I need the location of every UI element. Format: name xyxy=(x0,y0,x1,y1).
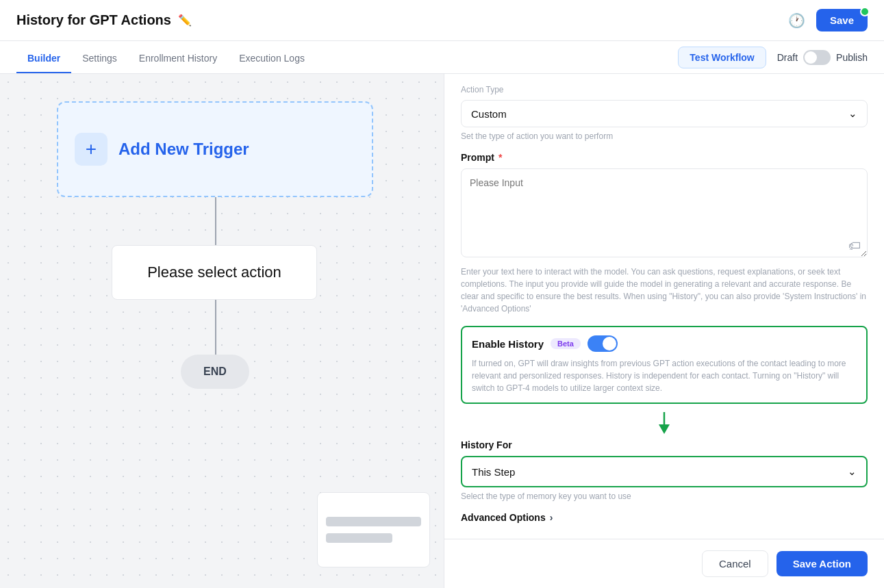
chevron-right-icon: › xyxy=(550,512,553,523)
bottom-action-bar: Cancel Save Action xyxy=(444,539,884,588)
right-panel: Action Type Custom ⌄ Set the type of act… xyxy=(444,74,884,588)
svg-marker-1 xyxy=(659,424,670,434)
history-info-text: If turned on, GPT will draw insights fro… xyxy=(472,357,857,394)
connector-line-1 xyxy=(215,197,216,245)
history-clock-icon[interactable]: 🕐 xyxy=(788,12,805,29)
advanced-options-row[interactable]: Advanced Options › xyxy=(461,512,868,523)
test-workflow-button[interactable]: Test Workflow xyxy=(678,47,766,68)
draft-publish-toggle[interactable] xyxy=(803,50,831,65)
cancel-button[interactable]: Cancel xyxy=(702,550,768,577)
mini-card xyxy=(317,492,430,567)
enable-history-row: Enable History Beta xyxy=(472,335,857,352)
history-for-label: History For xyxy=(461,439,868,450)
tab-builder[interactable]: Builder xyxy=(16,41,71,73)
action-type-dropdown[interactable]: Custom ⌄ xyxy=(461,100,868,127)
toggle-knob xyxy=(805,51,817,64)
app-title: History for GPT Actions xyxy=(16,12,171,28)
action-label: Please select action xyxy=(147,264,281,281)
workflow-canvas: + Add New Trigger Please select action E… xyxy=(0,74,444,588)
mini-card-line-2 xyxy=(326,533,392,543)
plus-icon: + xyxy=(75,133,108,166)
required-star: * xyxy=(498,152,502,163)
action-box[interactable]: Please select action xyxy=(112,245,317,300)
end-node: END xyxy=(181,355,249,389)
save-button[interactable]: Save xyxy=(816,9,868,31)
prompt-input[interactable] xyxy=(461,168,868,257)
tab-enrollment-history[interactable]: Enrollment History xyxy=(128,41,228,73)
history-for-chevron-icon: ⌄ xyxy=(848,465,857,478)
main-content: + Add New Trigger Please select action E… xyxy=(0,74,884,588)
nav-tabs-right: Test Workflow Draft Publish xyxy=(678,47,868,68)
trigger-label: Add New Trigger xyxy=(118,140,249,159)
add-trigger-box[interactable]: + Add New Trigger xyxy=(57,101,373,197)
workflow-container: + Add New Trigger Please select action E… xyxy=(0,74,444,588)
toggle-on-knob xyxy=(603,337,616,350)
enable-history-toggle[interactable] xyxy=(588,335,618,352)
header-right: 🕐 Save xyxy=(788,9,868,31)
history-for-hint: Select the type of memory key you want t… xyxy=(461,491,868,501)
history-for-dropdown[interactable]: This Step ⌄ xyxy=(461,456,868,487)
advanced-options-label: Advanced Options xyxy=(461,512,546,523)
edit-icon[interactable]: ✏️ xyxy=(178,14,192,27)
publish-area: Draft Publish xyxy=(777,50,868,65)
enable-history-section: Enable History Beta If turned on, GPT wi… xyxy=(461,326,868,404)
beta-badge: Beta xyxy=(551,338,581,349)
app-header: History for GPT Actions ✏️ 🕐 Save xyxy=(0,0,884,41)
nav-tabs-bar: Builder Settings Enrollment History Exec… xyxy=(0,41,884,74)
action-type-value: Custom xyxy=(471,108,507,120)
prompt-hint: Enter your text here to interact with th… xyxy=(461,266,868,315)
draft-label: Draft xyxy=(777,52,798,63)
chevron-down-icon: ⌄ xyxy=(848,107,857,120)
publish-label: Publish xyxy=(836,52,868,63)
tag-icon[interactable]: 🏷 xyxy=(848,239,861,253)
history-for-value: This Step xyxy=(472,466,515,478)
save-action-button[interactable]: Save Action xyxy=(776,551,868,576)
action-type-hint: Set the type of action you want to perfo… xyxy=(461,131,868,141)
header-title-area: History for GPT Actions ✏️ xyxy=(16,12,192,28)
right-panel-scroll: Action Type Custom ⌄ Set the type of act… xyxy=(444,74,884,588)
connector-line-2 xyxy=(215,300,216,355)
mini-card-line-1 xyxy=(326,517,421,526)
nav-tabs-left: Builder Settings Enrollment History Exec… xyxy=(16,41,316,73)
enable-history-label: Enable History xyxy=(472,338,544,350)
prompt-field-label: Prompt * xyxy=(461,152,868,163)
tab-settings[interactable]: Settings xyxy=(71,41,128,73)
green-arrow-icon xyxy=(461,412,868,434)
prompt-textarea-wrapper: 🏷 xyxy=(461,168,868,260)
tab-execution-logs[interactable]: Execution Logs xyxy=(228,41,316,73)
action-type-section-label: Action Type xyxy=(461,85,868,94)
